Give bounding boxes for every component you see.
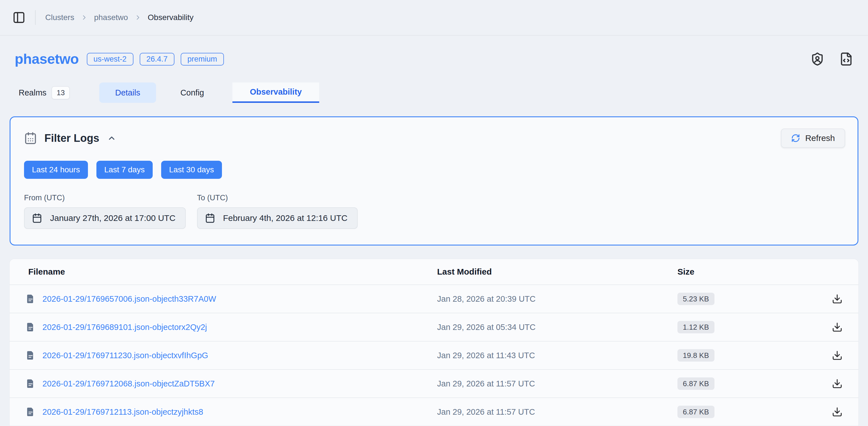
download-button[interactable] [832,322,842,332]
calendar-icon [205,213,215,223]
table-row: 2026-01-29/1769657006.json-objecth33R7A0… [10,285,858,313]
tab-observability-label: Observability [250,87,302,97]
table-row: 2026-01-29/1769689101.json-objectorx2Qy2… [10,313,858,341]
size-badge: 19.8 KB [677,349,714,362]
last-7-days-button[interactable]: Last 7 days [96,161,153,179]
last-modified-value: Jan 28, 2026 at 20:39 UTC [437,294,677,304]
table-row: 2026-01-29/1769712068.json-objectZaDT5BX… [10,369,858,397]
topbar: Clusters phasetwo Observability [0,0,868,36]
quick-range-buttons: Last 24 hours Last 7 days Last 30 days [24,161,845,179]
tab-config-label: Config [180,88,204,97]
calendar-icon [32,213,42,223]
log-file-link[interactable]: 2026-01-29/1769657006.json-objecth33R7A0… [42,294,216,304]
from-label: From (UTC) [24,194,186,202]
table-row: 2026-01-29/1769711230.json-objectxvfIhGp… [10,341,858,369]
download-icon [832,406,842,417]
filter-title: Filter Logs [44,132,99,144]
last-modified-value: Jan 29, 2026 at 11:57 UTC [437,379,677,388]
realms-count-badge: 13 [52,86,70,99]
from-field: From (UTC) January 27th, 2026 at 17:00 U… [24,194,186,229]
log-file-link[interactable]: 2026-01-29/1769689101.json-objectorx2Qy2… [42,323,207,332]
file-text-icon [26,322,36,332]
tab-observability[interactable]: Observability [232,83,319,103]
cluster-tabs: Realms 13 Details Config Observability [15,83,868,103]
to-field: To (UTC) February 4th, 2026 at 12:16 UTC [197,194,358,229]
date-range-fields: From (UTC) January 27th, 2026 at 17:00 U… [24,194,845,229]
last-modified-value: Jan 29, 2026 at 11:57 UTC [437,407,677,417]
refresh-button[interactable]: Refresh [781,129,845,148]
cluster-header: phasetwo us-west-2 26.4.7 premium [0,36,868,67]
to-label: To (UTC) [197,194,358,202]
download-button[interactable] [832,294,842,304]
tab-realms[interactable]: Realms 13 [15,83,80,103]
column-header-size: Size [677,267,799,276]
log-file-link[interactable]: 2026-01-29/1769711230.json-objectxvfIhGp… [42,351,208,360]
file-text-icon [26,294,36,304]
size-badge: 6.87 KB [677,378,714,390]
file-text-icon [26,379,36,389]
size-badge: 6.87 KB [677,406,714,418]
breadcrumb-clusters[interactable]: Clusters [45,13,74,22]
tab-realms-label: Realms [19,88,46,97]
api-docs-button[interactable] [839,52,853,66]
tab-details-label: Details [115,88,140,97]
from-date-value: January 27th, 2026 at 17:00 UTC [50,213,176,223]
collapse-filter-button[interactable] [107,134,116,143]
download-button[interactable] [832,378,842,389]
cluster-badges: us-west-2 26.4.7 premium [87,53,224,66]
sidebar-toggle-button[interactable] [12,11,26,24]
breadcrumb-cluster-name[interactable]: phasetwo [94,13,128,22]
log-files-table: Filename Last Modified Size 2026-01-29/1… [10,259,858,426]
refresh-button-label: Refresh [805,133,835,143]
calendar-days-icon [24,132,37,144]
column-header-filename: Filename [10,267,437,276]
download-icon [832,350,842,361]
log-file-link[interactable]: 2026-01-29/1769712113.json-objectzyjhkts… [42,407,203,417]
admin-console-button[interactable] [810,52,825,66]
from-date-input[interactable]: January 27th, 2026 at 17:00 UTC [24,207,186,229]
download-button[interactable] [832,350,842,361]
download-icon [832,322,842,332]
table-row: 2026-01-29/1769712113.json-objectzyjhkts… [10,397,858,426]
file-text-icon [26,350,36,360]
page-title: phasetwo [15,51,79,67]
to-date-value: February 4th, 2026 at 12:16 UTC [223,213,347,223]
refresh-icon [791,134,800,143]
file-code-icon [839,52,853,66]
to-date-input[interactable]: February 4th, 2026 at 12:16 UTC [197,207,358,229]
last-modified-value: Jan 29, 2026 at 11:43 UTC [437,351,677,360]
download-icon [832,378,842,389]
download-icon [832,294,842,304]
file-text-icon [26,407,36,417]
filter-header: Filter Logs Refresh [24,129,845,148]
version-badge: 26.4.7 [140,53,175,66]
breadcrumb: Clusters phasetwo Observability [45,13,193,22]
tab-details[interactable]: Details [99,83,156,103]
panel-left-icon [12,11,26,24]
header-actions [810,52,853,66]
size-badge: 1.12 KB [677,321,714,333]
tier-badge: premium [181,53,224,66]
shield-user-icon [810,52,825,66]
region-badge: us-west-2 [87,53,133,66]
chevron-up-icon [107,134,116,143]
tab-config[interactable]: Config [168,83,217,103]
log-file-link[interactable]: 2026-01-29/1769712068.json-objectZaDT5BX… [42,379,215,388]
chevron-right-icon [81,14,88,21]
chevron-right-icon [134,14,142,21]
filter-logs-card: Filter Logs Refresh Last 24 hours Last 7… [10,117,858,245]
size-badge: 5.23 KB [677,293,714,305]
breadcrumb-current-page: Observability [148,13,194,22]
column-header-last-modified: Last Modified [437,267,677,276]
topbar-divider [35,10,36,25]
download-button[interactable] [832,406,842,417]
last-modified-value: Jan 29, 2026 at 05:34 UTC [437,323,677,332]
last-24-hours-button[interactable]: Last 24 hours [24,161,88,179]
table-header-row: Filename Last Modified Size [10,259,858,285]
last-30-days-button[interactable]: Last 30 days [161,161,222,179]
